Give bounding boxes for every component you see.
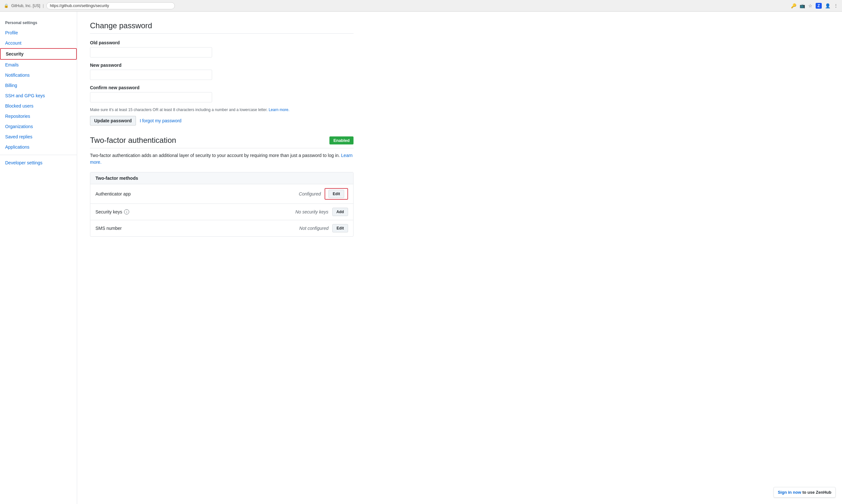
page-layout: Personal settings Profile Account Securi… [0, 12, 842, 504]
menu-icon[interactable]: ⋮ [834, 3, 838, 8]
sidebar-item-account[interactable]: Account [0, 38, 77, 48]
sidebar-item-applications[interactable]: Applications [0, 142, 77, 152]
confirm-password-group: Confirm new password [90, 85, 354, 103]
old-password-label: Old password [90, 40, 354, 45]
sidebar-item-ssh-gpg-keys[interactable]: SSH and GPG keys [0, 91, 77, 101]
tfa-method-authenticator: Authenticator app Configured Edit [90, 184, 353, 204]
authenticator-app-label: Authenticator app [96, 191, 131, 196]
zenhub-icon[interactable]: Z [815, 3, 822, 9]
tfa-title: Two-factor authentication [90, 136, 176, 145]
confirm-password-input[interactable] [90, 92, 212, 103]
main-content: Change password Old password New passwor… [77, 12, 366, 504]
sidebar-item-saved-replies[interactable]: Saved replies [0, 132, 77, 142]
authenticator-edit-button[interactable]: Edit [328, 190, 344, 198]
sidebar-item-organizations[interactable]: Organizations [0, 121, 77, 132]
sms-number-label: SMS number [96, 226, 122, 231]
tfa-description: Two-factor authentication adds an additi… [90, 152, 354, 166]
authenticator-app-status: Configured [299, 191, 321, 196]
browser-url[interactable]: https://github.com/settings/security [46, 2, 175, 9]
sidebar-item-billing[interactable]: Billing [0, 80, 77, 91]
password-hint-learn-more-link[interactable]: Learn more. [269, 108, 290, 112]
sidebar-divider [0, 155, 77, 155]
change-password-title: Change password [90, 21, 354, 34]
authenticator-edit-highlight: Edit [325, 188, 348, 200]
sidebar: Personal settings Profile Account Securi… [0, 12, 77, 504]
browser-toolbar: 🔑 📺 ☆ Z 👤 ⋮ [791, 3, 838, 9]
two-factor-section: Two-factor authentication Enabled Two-fa… [90, 136, 354, 237]
new-password-label: New password [90, 62, 354, 68]
old-password-group: Old password [90, 40, 354, 57]
forgot-password-link[interactable]: I forgot my password [140, 118, 182, 123]
sidebar-item-profile[interactable]: Profile [0, 28, 77, 38]
sidebar-item-emails[interactable]: Emails [0, 60, 77, 70]
sidebar-item-notifications[interactable]: Notifications [0, 70, 77, 80]
profile-icon[interactable]: 👤 [825, 3, 830, 8]
lock-icon: 🔒 [4, 3, 9, 8]
security-keys-actions: No security keys Add [295, 208, 348, 216]
tfa-header: Two-factor authentication Enabled [90, 136, 354, 148]
security-keys-add-button[interactable]: Add [332, 208, 348, 216]
change-password-section: Change password Old password New passwor… [90, 21, 354, 126]
security-keys-info-icon[interactable]: i [124, 209, 129, 214]
sms-actions: Not configured Edit [299, 224, 348, 232]
confirm-password-label: Confirm new password [90, 85, 354, 90]
new-password-group: New password [90, 62, 354, 80]
tfa-methods-title: Two-factor methods [90, 173, 353, 184]
sms-status: Not configured [299, 226, 328, 231]
form-actions: Update password I forgot my password [90, 116, 354, 126]
sidebar-section-title: Personal settings [0, 18, 77, 28]
sidebar-item-blocked-users[interactable]: Blocked users [0, 101, 77, 111]
browser-company: GitHub, Inc. [US] [11, 3, 40, 8]
old-password-input[interactable] [90, 47, 212, 57]
security-keys-label: Security keys i [96, 209, 129, 214]
sidebar-item-repositories[interactable]: Repositories [0, 111, 77, 121]
sidebar-developer-settings[interactable]: Developer settings [0, 158, 77, 168]
authenticator-app-actions: Configured Edit [299, 188, 348, 200]
update-password-button[interactable]: Update password [90, 116, 136, 126]
key-icon: 🔑 [791, 3, 796, 8]
tfa-methods-box: Two-factor methods Authenticator app Con… [90, 172, 354, 237]
sms-edit-button[interactable]: Edit [332, 224, 348, 232]
tfa-method-sms: SMS number Not configured Edit [90, 220, 353, 236]
browser-chrome: 🔒 GitHub, Inc. [US] | https://github.com… [0, 0, 842, 12]
sidebar-item-security[interactable]: Security [0, 48, 77, 60]
new-password-input[interactable] [90, 70, 212, 80]
password-hint: Make sure it's at least 15 characters OR… [90, 108, 354, 112]
security-keys-status: No security keys [295, 209, 328, 214]
tfa-enabled-badge: Enabled [329, 137, 354, 144]
zenhub-product-name: to use ZenHub [803, 490, 831, 495]
cast-icon: 📺 [800, 3, 805, 8]
zenhub-banner: Sign in now to use ZenHub [774, 487, 836, 498]
zenhub-sign-in-link[interactable]: Sign in now [778, 490, 801, 495]
star-icon[interactable]: ☆ [808, 3, 812, 8]
tfa-method-security-keys: Security keys i No security keys Add [90, 204, 353, 220]
